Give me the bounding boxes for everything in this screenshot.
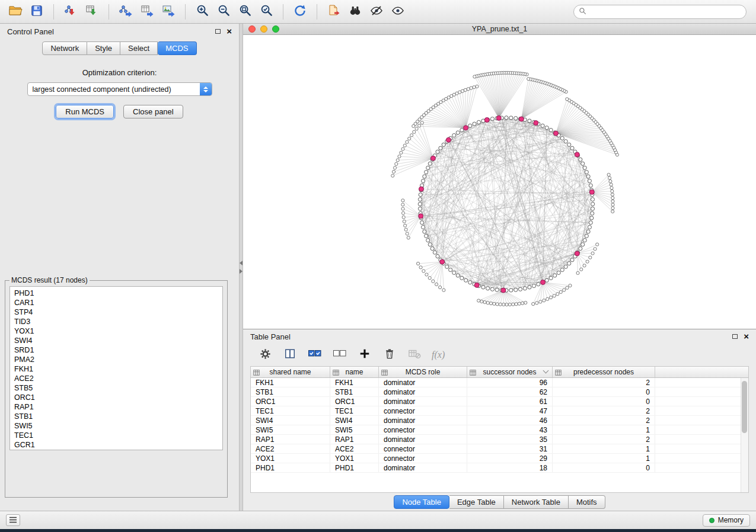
float-panel-icon[interactable] <box>215 29 221 34</box>
node-table-body: FKH1FKH1dominator962STB1STB1dominator620… <box>251 378 748 473</box>
close-table-panel-icon[interactable]: × <box>744 333 749 340</box>
show-details-button[interactable] <box>388 3 407 21</box>
close-panel-icon[interactable]: × <box>227 28 232 35</box>
table-row[interactable]: SWI4SWI4dominator462 <box>251 416 748 425</box>
mcds-result-item[interactable]: SWI4 <box>10 336 222 345</box>
mcds-result-item[interactable]: STB5 <box>10 383 222 393</box>
mcds-result-item[interactable]: TEC1 <box>10 431 222 440</box>
table-row[interactable]: YOX1YOX1connector291 <box>251 454 748 463</box>
criterion-dropdown[interactable]: largest connected component (undirected) <box>27 82 212 96</box>
mcds-result-item[interactable]: STP4 <box>10 307 222 317</box>
task-history-button[interactable] <box>6 514 20 526</box>
mcds-result-item[interactable]: RAP1 <box>10 402 222 412</box>
table-row[interactable]: PHD1PHD1dominator180 <box>251 463 748 473</box>
table-cell-filler <box>655 454 748 463</box>
tab-motifs[interactable]: Motifs <box>569 495 605 509</box>
import-table-button[interactable] <box>82 3 101 21</box>
column-header-mcds-role[interactable]: MCDS role <box>379 367 467 377</box>
table-scrollbar[interactable] <box>741 378 748 492</box>
scrollbar-thumb[interactable] <box>742 381 747 433</box>
table-cell: 43 <box>467 425 553 434</box>
close-panel-button[interactable]: Close panel <box>123 105 183 118</box>
export-image-button[interactable] <box>159 3 178 21</box>
import-network-button[interactable] <box>61 3 80 21</box>
mcds-result-item[interactable]: STB1 <box>10 412 222 421</box>
zoom-in-icon <box>196 4 209 20</box>
close-window-icon[interactable] <box>248 25 256 33</box>
table-cell: connector <box>379 454 467 463</box>
mcds-result-item[interactable]: FKH1 <box>10 364 222 374</box>
select-all-button[interactable] <box>307 347 323 363</box>
search-input[interactable] <box>589 7 741 17</box>
mcds-result-list[interactable]: PHD1CAR1STP4TID3YOX1SWI4SRD1PMA2FKH1ACE2… <box>9 286 223 450</box>
hide-details-button[interactable] <box>367 3 386 21</box>
mcds-result-item[interactable]: SWI5 <box>10 421 222 431</box>
column-header-shared-name[interactable]: shared name <box>251 367 330 377</box>
export-network-button[interactable] <box>116 3 135 21</box>
deselect-all-button[interactable] <box>332 347 347 363</box>
table-row[interactable]: SWI5SWI5connector431 <box>251 425 748 435</box>
tab-select[interactable]: Select <box>120 41 158 55</box>
table-cell: 0 <box>553 397 655 406</box>
collapse-right-icon <box>240 269 243 274</box>
memory-label: Memory <box>718 516 744 524</box>
apply-layout-button[interactable] <box>291 3 310 21</box>
table-settings-button[interactable] <box>257 347 273 363</box>
table-row[interactable]: RAP1RAP1dominator352 <box>251 435 748 444</box>
mcds-result-item[interactable]: YOX1 <box>10 326 222 336</box>
show-columns-button[interactable] <box>282 347 298 363</box>
tab-edge-table[interactable]: Edge Table <box>449 495 504 509</box>
mcds-result-item[interactable]: ORC1 <box>10 393 222 402</box>
table-row[interactable]: ACE2ACE2connector311 <box>251 444 748 454</box>
network-graph <box>243 35 756 329</box>
zoom-out-button[interactable] <box>214 3 233 21</box>
mcds-result-item[interactable]: ACE2 <box>10 374 222 383</box>
table-cell: YOX1 <box>251 454 330 463</box>
table-cell: RAP1 <box>251 435 330 444</box>
save-session-button[interactable] <box>27 3 46 21</box>
tab-node-table[interactable]: Node Table <box>394 495 449 509</box>
maximize-window-icon[interactable] <box>272 25 279 33</box>
panel-splitter[interactable] <box>239 24 243 511</box>
mcds-result-item[interactable]: TID3 <box>10 317 222 326</box>
minimize-window-icon[interactable] <box>260 25 267 33</box>
mcds-result-box: MCDS result (17 nodes) PHD1CAR1STP4TID3Y… <box>5 276 228 498</box>
memory-button[interactable]: Memory <box>703 514 750 527</box>
control-panel-header: Control Panel × <box>0 24 239 39</box>
mcds-result-item[interactable]: SRD1 <box>10 345 222 355</box>
tab-mcds[interactable]: MCDS <box>158 41 196 55</box>
column-header-name[interactable]: name <box>330 367 379 377</box>
mcds-result-item[interactable]: GCR1 <box>10 440 222 450</box>
network-window-titlebar: YPA_prune.txt_1 <box>243 24 756 35</box>
run-mcds-button[interactable]: Run MCDS <box>56 105 114 118</box>
network-canvas[interactable] <box>243 35 756 329</box>
table-cell: 96 <box>467 378 553 387</box>
toolbar-separator <box>283 4 283 20</box>
table-row[interactable]: ORC1ORC1dominator610 <box>251 397 748 406</box>
delete-column-button[interactable] <box>382 347 397 363</box>
mcds-result-item[interactable]: CAR1 <box>10 298 222 307</box>
table-cell: 61 <box>467 397 553 406</box>
add-column-button[interactable] <box>357 347 372 363</box>
zoom-fit-button[interactable] <box>235 3 254 21</box>
find-button[interactable] <box>346 3 365 21</box>
tab-network-table[interactable]: Network Table <box>504 495 569 509</box>
column-header-predecessor-nodes[interactable]: predecessor nodes <box>553 367 655 377</box>
table-row[interactable]: FKH1FKH1dominator962 <box>251 378 748 387</box>
column-header-successor-nodes[interactable]: successor nodes <box>467 367 553 377</box>
column-icon <box>555 369 562 377</box>
open-session-button[interactable] <box>6 3 25 21</box>
column-icon <box>333 369 339 377</box>
collapse-left-icon <box>240 261 243 265</box>
mcds-result-item[interactable]: PMA2 <box>10 355 222 364</box>
zoom-selected-button[interactable] <box>257 3 276 21</box>
table-row[interactable]: STB1STB1dominator620 <box>251 387 748 397</box>
tab-network[interactable]: Network <box>42 41 87 55</box>
float-table-panel-icon[interactable] <box>732 334 738 339</box>
mcds-result-item[interactable]: PHD1 <box>10 289 222 298</box>
tab-style[interactable]: Style <box>87 41 120 55</box>
zoom-in-button[interactable] <box>193 3 212 21</box>
clone-network-button[interactable] <box>324 3 343 21</box>
table-row[interactable]: TEC1TEC1connector472 <box>251 406 748 416</box>
export-table-button[interactable] <box>138 3 157 21</box>
